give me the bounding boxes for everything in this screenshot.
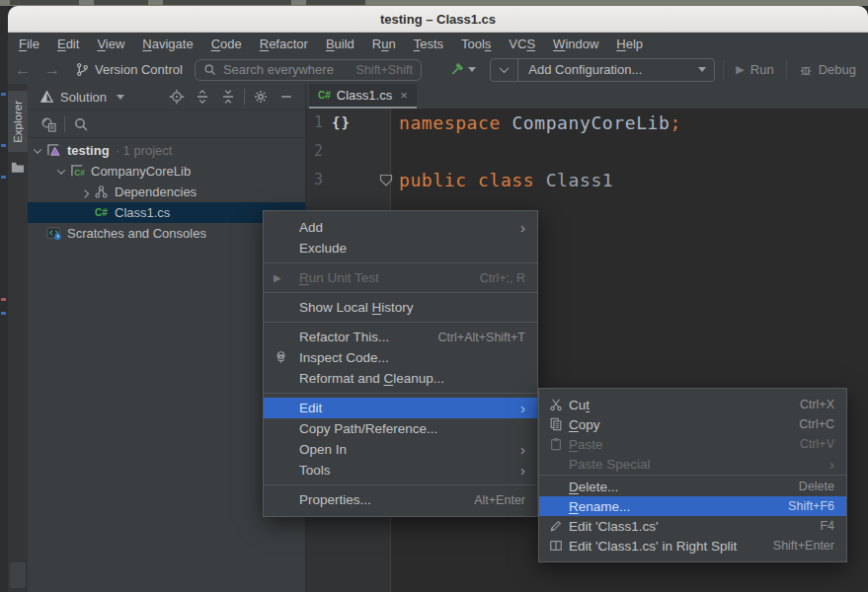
menu-item-label: Paste [569,437,603,452]
menu-item-inspect-code[interactable]: Inspect Code... [264,347,537,368]
menu-vcs[interactable]: VCS [500,35,544,53]
menu-navigate[interactable]: Navigate [133,35,201,53]
menu-run[interactable]: Run [363,35,405,53]
menu-item-properties[interactable]: Properties...Alt+Enter [264,489,537,510]
menu-item-edit-class1-cs[interactable]: Edit 'Class1.cs'F4 [539,516,846,536]
menu-item-add[interactable]: Add› [264,217,537,238]
gutter-line: 3 [306,166,390,194]
csproj-icon: C# [69,164,86,180]
menu-item-delete[interactable]: Delete...Delete [539,477,846,496]
code-token: CompanyCoreLib [512,112,670,133]
title-bar[interactable]: testing – Class1.cs [8,6,868,33]
menu-refactor[interactable]: Refactor [251,35,317,53]
chevron-right-icon[interactable] [77,185,93,200]
menu-item-paste-special: Paste Special› [539,454,846,474]
menu-item-right: › [501,220,525,235]
menu-item-label: Run Unit Test [299,270,379,285]
tree-item-label: Dependencies [115,185,197,199]
split-icon [549,539,569,553]
search-everywhere-field[interactable]: Search everywhere Shift+Shift [195,59,422,81]
pencil-icon [549,519,569,533]
settings-gear-icon[interactable] [248,86,274,108]
tree-item-dependencies[interactable]: Dependencies [28,182,305,202]
build-button[interactable] [448,61,476,78]
configurations-chevron-icon[interactable] [491,59,518,81]
csfile-icon: C# [93,205,110,221]
chevron-down-icon[interactable] [30,143,45,159]
menu-separator [539,475,846,476]
code-line[interactable] [399,137,868,166]
play-icon: ▶ [274,272,299,283]
forward-arrow-icon[interactable]: → [38,61,67,79]
run-configuration-select[interactable]: Add Configuration... [490,58,715,82]
menu-separator [264,262,537,263]
menu-item-label: Add [299,220,323,235]
version-control-widget[interactable]: Version Control [75,62,183,77]
select-opened-file-button[interactable] [36,113,61,135]
scratches-icon [45,226,62,242]
locate-file-button[interactable] [164,86,190,108]
menu-item-rename[interactable]: Rename...Shift+F6 [539,496,846,516]
explorer-toolbar [28,111,305,138]
menu-tools[interactable]: Tools [452,35,500,53]
tab-close-icon[interactable]: × [400,88,408,103]
hide-panel-button[interactable] [274,86,299,108]
build-dropdown-caret-icon[interactable] [468,67,476,72]
menu-item-reformat-and-cleanup[interactable]: Reformat and Cleanup... [264,368,537,389]
expand-all-button[interactable] [190,86,215,108]
background-window-artifact [1,93,6,96]
explorer-stripe-tab[interactable]: Explorer [8,91,28,152]
menu-window[interactable]: Window [544,35,607,53]
background-window-artifact [10,0,79,5]
toolbar-separator [64,116,65,132]
menu-item-show-local-history[interactable]: Show Local History [264,297,537,318]
menu-item-edit-class1-cs-in-right-split[interactable]: Edit 'Class1.cs' in Right SplitShift+Ent… [539,536,846,555]
back-arrow-icon[interactable]: ← [8,61,38,79]
run-label: Run [750,62,774,77]
menu-help[interactable]: Help [607,35,652,53]
menu-item-shortcut: Shift+Enter [753,539,834,553]
code-line[interactable]: namespace CompanyCoreLib; [399,109,868,137]
menu-tests[interactable]: Tests [405,35,452,53]
code-line[interactable]: public class Class1 [399,166,868,194]
menu-item-tools[interactable]: Tools› [264,460,537,481]
context-menu: Add›Exclude▶Run Unit TestCtrl+;, RShow L… [263,210,538,517]
menu-item-copy-path-reference[interactable]: Copy Path/Reference... [264,418,537,439]
chevron-down-icon[interactable] [53,164,69,180]
find-in-tree-icon[interactable] [68,113,94,135]
version-control-label: Version Control [95,62,183,77]
menu-item-copy[interactable]: CopyCtrl+C [539,414,846,434]
menu-item-cut[interactable]: CutCtrl+X [539,395,846,414]
hammer-icon [448,61,465,78]
collapse-all-button[interactable] [215,86,241,108]
menu-item-refactor-this[interactable]: Refactor This...Ctrl+Alt+Shift+T [264,327,537,347]
menu-view[interactable]: View [88,35,133,53]
menu-item-label: Edit 'Class1.cs' [569,519,659,534]
tab-class1-cs[interactable]: C# Class1.cs × [309,84,417,109]
menu-item-shortcut: Shift+F6 [768,499,834,513]
menu-file[interactable]: File [10,35,48,53]
menu-code[interactable]: Code [202,35,251,53]
line-number: 1 [314,109,323,137]
menu-edit[interactable]: Edit [48,35,88,53]
csharp-file-icon: C# [318,90,331,101]
toolbar-right-group: Add Configuration... ▶ Run Debug [448,55,868,84]
menu-item-label: Refactor This... [299,330,389,344]
run-button[interactable]: ▶ Run [723,60,785,80]
solution-view-caret-icon[interactable] [117,95,124,100]
folder-stripe-icon[interactable] [11,161,25,174]
menu-item-open-in[interactable]: Open In› [264,439,537,460]
tree-item-testing[interactable]: testing · 1 project [28,140,305,161]
stripe-bottom-button[interactable] [10,562,26,588]
menu-item-exclude[interactable]: Exclude [264,238,537,259]
menu-item-shortcut: Delete [779,480,834,493]
braces-gutter-icon[interactable]: {} [332,109,351,137]
menu-item-edit[interactable]: Edit› [264,398,537,418]
solution-view-selector[interactable]: Solution [60,90,107,105]
menu-item-label: Open In [299,442,347,457]
fold-marker-icon[interactable] [379,174,393,187]
menu-build[interactable]: Build [317,35,363,53]
debug-button[interactable]: Debug [786,60,868,80]
tree-item-companycorelib[interactable]: C#CompanyCoreLib [28,161,305,182]
menu-item-label: Edit 'Class1.cs' in Right Split [569,539,737,554]
